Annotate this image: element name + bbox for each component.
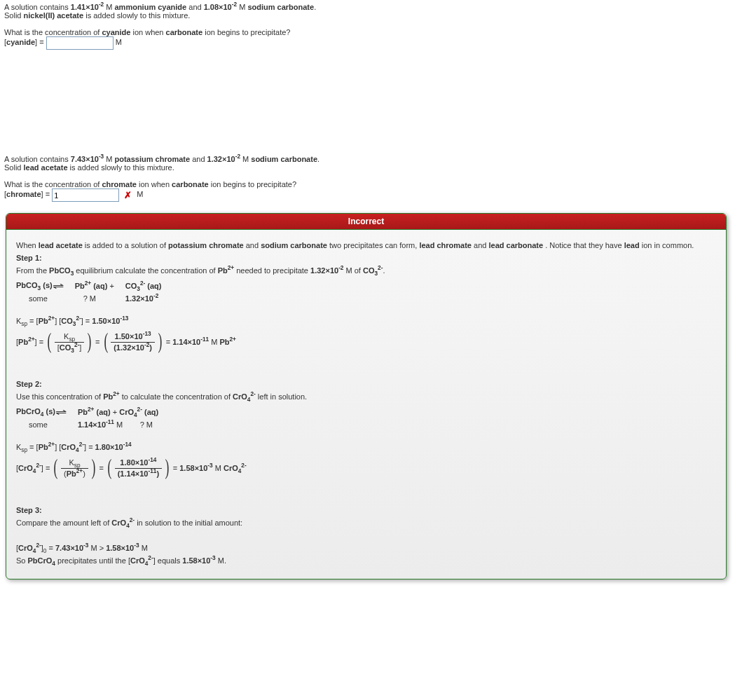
step1-title: Step 1: <box>16 254 716 262</box>
q1-prompt: What is the concentration of cyanide ion… <box>4 28 731 36</box>
step2-calc: [CrO42-] = (Ksp(Pb2+)) = (1.80×10-14(1.1… <box>16 457 716 479</box>
q2-answer-input[interactable] <box>52 188 119 202</box>
q1-answer-input[interactable] <box>46 36 114 50</box>
feedback-panel: Incorrect When lead acetate is added to … <box>6 213 727 579</box>
q2-line1: A solution contains 7.43×10-3 M potassiu… <box>4 155 731 163</box>
equilibrium-arrow-icon: ⇌ <box>55 406 67 418</box>
q2-answer-row: [chromate] = ✗ M <box>4 188 731 202</box>
incorrect-icon: ✗ <box>121 190 135 200</box>
q2-line2: Solid lead acetate is added slowly to th… <box>4 163 731 172</box>
q1-line1: A solution contains 1.41×10-2 M ammonium… <box>4 3 731 11</box>
q2-prompt: What is the concentration of chromate io… <box>4 180 731 188</box>
step2-title: Step 2: <box>16 380 716 388</box>
question-1: A solution contains 1.41×10-2 M ammonium… <box>4 3 731 50</box>
feedback-header: Incorrect <box>6 214 726 230</box>
step1-ksp: Ksp = [Pb2+] [CO32-] = 1.50×10-13 <box>16 317 716 325</box>
step1-equation: PbCO3 (s)⇌ Pb2+ (aq) + CO32- (aq) some ?… <box>16 279 173 304</box>
step2-text: Use this concentration of Pb2+ to calcul… <box>16 392 716 401</box>
q1-answer-row: [cyanide] = M <box>4 36 731 50</box>
step1-calc: [Pb2+] = (Ksp[CO32-]) = (1.50×10-13(1.32… <box>16 331 716 353</box>
step3-conclusion: So PbCrO4 precipitates until the [CrO42-… <box>16 556 716 565</box>
question-2: A solution contains 7.43×10-3 M potassiu… <box>4 155 731 202</box>
step3-text: Compare the amount left of CrO42- in sol… <box>16 519 716 527</box>
step2-equation: PbCrO4 (s)⇌ Pb2+ (aq) + CrO42- (aq) some… <box>16 405 181 430</box>
fb-intro: When lead acetate is added to a solution… <box>16 241 716 249</box>
q1-line2: Solid nickel(II) acetate is added slowly… <box>4 11 731 20</box>
q2-unit: M <box>137 190 143 198</box>
equilibrium-arrow-icon: ⇌ <box>52 280 64 291</box>
step1-text: From the PbCO3 equilibrium calculate the… <box>16 266 716 275</box>
q1-unit: M <box>116 38 122 46</box>
step3-title: Step 3: <box>16 506 716 514</box>
step2-ksp: Ksp = [Pb2+] [CrO42-] = 1.80×10-14 <box>16 443 716 451</box>
step3-compare: [CrO42-]0 = 7.43×10-3 M > 1.58×10-3 M <box>16 544 716 552</box>
feedback-body: When lead acetate is added to a solution… <box>6 230 726 579</box>
